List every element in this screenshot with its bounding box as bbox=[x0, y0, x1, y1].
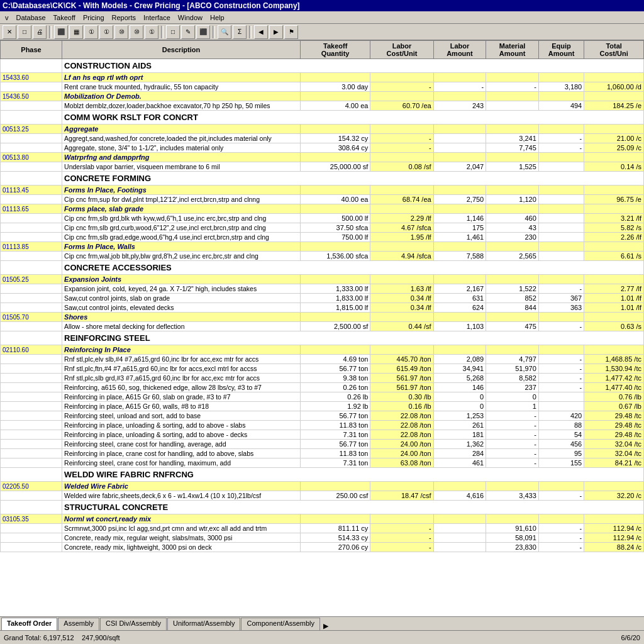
row-material: 58,091 bbox=[486, 533, 539, 543]
row-phase bbox=[1, 533, 62, 543]
table-row[interactable]: Welded wire fabric,sheets,deck,6 x 6 - w… bbox=[1, 491, 644, 501]
table-row[interactable]: Cip cnc frm,slb grd,blk wth kyw,wd,6"h,1… bbox=[1, 214, 644, 223]
table-row[interactable]: Aggregate, stone, 3/4" to 1-1/2", includ… bbox=[1, 143, 644, 153]
table-row[interactable]: Reinforcing in place, unloading & sortin… bbox=[1, 421, 644, 430]
tab-component-assembly[interactable]: Component/Assembly bbox=[241, 618, 320, 630]
menu-database[interactable]: Database bbox=[13, 13, 50, 22]
menu-takeoff[interactable]: Takeoff bbox=[50, 13, 79, 22]
column-headers: Phase Description TakeoffQuantity LaborC… bbox=[1, 41, 644, 59]
table-row[interactable]: Expansion joint, cold, keyed, 24 ga. X 7… bbox=[1, 284, 644, 294]
row-total: 0.63 /s bbox=[584, 322, 644, 331]
row-phase bbox=[1, 440, 62, 449]
table-row[interactable]: Reinforcing in place, crane cost for han… bbox=[1, 449, 644, 458]
table-row[interactable]: Aggregt,sand,washed,for concrete,loaded … bbox=[1, 134, 644, 143]
table-row[interactable]: Cip cnc frm,sup for dwl,plnt tmpl,12'12'… bbox=[1, 195, 644, 204]
table-row[interactable]: Reinforcing, a615 60, sog, thickened edg… bbox=[1, 383, 644, 392]
table-row[interactable]: Cip cnc frm,slb grad,edge,wood,6"hg,4 us… bbox=[1, 233, 644, 242]
row-material: 23,830 bbox=[486, 543, 539, 552]
table-row[interactable]: Reinforcing in place, A615 Gr 60, slab o… bbox=[1, 392, 644, 402]
row-desc: Reinforcing, a615 60, sog, thickened edg… bbox=[62, 383, 301, 392]
row-material: 3,433 bbox=[486, 491, 539, 501]
row-total: 1,060.00 /d bbox=[584, 82, 644, 92]
toolbar-btn-11[interactable]: □ bbox=[166, 25, 180, 39]
toolbar-btn-14[interactable]: 🔍 bbox=[218, 25, 231, 39]
phase-label: Lf an hs eqp rtl wth oprt bbox=[62, 73, 301, 82]
row-qty: 2,500.00 sf bbox=[300, 322, 370, 331]
table-row[interactable]: Saw,cut control joints, elevated decks 1… bbox=[1, 303, 644, 313]
phase-header-row: 03105.35 Norml wt concrt,ready mix bbox=[1, 514, 644, 524]
tab-takeoff-order[interactable]: Takeoff Order bbox=[1, 618, 57, 630]
table-row[interactable]: Rnf stl,plc,elv slb,#4 #7,a615,grd 60,in… bbox=[1, 355, 644, 364]
tab-scroll-right[interactable]: ▶ bbox=[323, 622, 328, 630]
toolbar-btn-16[interactable]: ▶ bbox=[269, 25, 283, 39]
table-row[interactable]: Scrmnwt,3000 psi,inc lcl agg,snd,prt cmn… bbox=[1, 524, 644, 533]
table-row[interactable]: Reinforcing steel, unload and sort, add … bbox=[1, 411, 644, 421]
row-phase bbox=[1, 233, 62, 242]
section-phase-cell bbox=[1, 111, 62, 125]
table-row[interactable]: Concrete, ready mix, lightweight, 3000 p… bbox=[1, 543, 644, 552]
row-material: 43 bbox=[486, 223, 539, 233]
row-material: 237 bbox=[486, 383, 539, 392]
row-labor-unit: 445.70 /ton bbox=[370, 355, 433, 364]
toolbar-btn-13[interactable]: ⬛ bbox=[196, 25, 210, 39]
menu-help[interactable]: Help bbox=[206, 13, 228, 22]
table-row[interactable]: Underslab vapor barrier, visqueen membra… bbox=[1, 162, 644, 172]
row-desc: Moblzt demblz,dozer,loader,backhoe excav… bbox=[62, 101, 301, 111]
toolbar-btn-15[interactable]: ◀ bbox=[254, 25, 268, 39]
row-material: - bbox=[486, 411, 539, 421]
menu-interface[interactable]: Interface bbox=[140, 13, 174, 22]
phase-number: 15433.60 bbox=[1, 73, 62, 82]
menu-window[interactable]: Window bbox=[174, 13, 206, 22]
row-equip bbox=[538, 162, 584, 172]
row-equip bbox=[538, 252, 584, 261]
toolbar-btn-5[interactable]: ▦ bbox=[69, 25, 83, 39]
toolbar-btn-7[interactable]: ① bbox=[99, 25, 113, 39]
table-row[interactable]: Rnf stl,plc,slb grd,#3 #7,a615,grd 60,in… bbox=[1, 374, 644, 383]
toolbar-btn-6[interactable]: ① bbox=[84, 25, 98, 39]
row-material: 3,241 bbox=[486, 134, 539, 143]
table-row[interactable]: Concrete, ready mix, regular weight, sla… bbox=[1, 533, 644, 543]
table-row[interactable]: Reinforcing steel, crane cost for handli… bbox=[1, 458, 644, 468]
col-header-labor-unit: LaborCost/Unit bbox=[370, 41, 433, 59]
menu-pricing[interactable]: Pricing bbox=[79, 13, 108, 22]
phase-label: Aggregate bbox=[62, 125, 301, 134]
toolbar-btn-12[interactable]: ✎ bbox=[181, 25, 195, 39]
row-material: - bbox=[486, 82, 539, 92]
row-labor-unit: 0.34 /lf bbox=[370, 303, 433, 313]
table-row[interactable]: Cip cnc frm,wal,job blt,ply,blw grd,8'h,… bbox=[1, 252, 644, 261]
row-labor-unit: 4.94 /sfca bbox=[370, 252, 433, 261]
tab-uniformat-assembly[interactable]: Uniformat/Assembly bbox=[167, 618, 240, 630]
table-row[interactable]: Saw,cut control joints, slab on grade 1,… bbox=[1, 294, 644, 303]
table-row[interactable]: Rent crane truck mounted, hydraulic, 55 … bbox=[1, 82, 644, 92]
row-qty: 25,000.00 sf bbox=[300, 162, 370, 172]
row-desc: Reinforcing steel, unload and sort, add … bbox=[62, 411, 301, 421]
toolbar-btn-2[interactable]: □ bbox=[18, 25, 31, 39]
toolbar-btn-4[interactable]: ⬛ bbox=[54, 25, 68, 39]
table-row[interactable]: Allow - shore metal decking for deflecti… bbox=[1, 322, 644, 331]
menu-v[interactable]: v bbox=[1, 13, 13, 22]
tab-csi-div-assembly[interactable]: CSI Div/Assembly bbox=[100, 618, 167, 630]
toolbar-btn-10[interactable]: ① bbox=[145, 25, 158, 39]
table-row[interactable]: Reinforcing in place, unloading & sortin… bbox=[1, 430, 644, 440]
menu-reports[interactable]: Reports bbox=[108, 13, 140, 22]
row-labor-unit: 0.30 /lb bbox=[370, 392, 433, 402]
title-bar: C:\Databases\CK\CK - With Models - Crew … bbox=[0, 0, 644, 11]
row-phase bbox=[1, 284, 62, 294]
toolbar-btn-3[interactable]: 🖨 bbox=[33, 25, 47, 39]
toolbar-btn-17[interactable]: ⚑ bbox=[284, 25, 298, 39]
table-row[interactable]: Cip cnc frm,slb grd,curb,wood,6"12",2 us… bbox=[1, 223, 644, 233]
tab-assembly[interactable]: Assembly bbox=[58, 618, 99, 630]
table-row[interactable]: Moblzt demblz,dozer,loader,backhoe excav… bbox=[1, 101, 644, 111]
status-bar: Grand Total: 6,197,512 247,900/sqft 6/6/… bbox=[0, 630, 644, 644]
row-equip bbox=[538, 214, 584, 223]
table-row[interactable]: Reinforcing in place, A615 Gr 60, walls,… bbox=[1, 402, 644, 411]
table-row[interactable]: Rnf stl,plc,ftn,#4 #7,a615,grd 60,inc lb… bbox=[1, 364, 644, 374]
table-row[interactable]: Reinforcing steel, crane cost for handli… bbox=[1, 440, 644, 449]
toolbar-btn-9[interactable]: ⑩ bbox=[130, 25, 143, 39]
phase-number: 01505.70 bbox=[1, 313, 62, 322]
toolbar-btn-sigma[interactable]: Σ bbox=[233, 25, 247, 39]
toolbar-btn-1[interactable]: ✕ bbox=[3, 25, 16, 39]
toolbar-btn-8[interactable]: ⑩ bbox=[114, 25, 128, 39]
row-material: 1,120 bbox=[486, 195, 539, 204]
phase-label: Watrprfng and dampprfng bbox=[62, 153, 301, 162]
